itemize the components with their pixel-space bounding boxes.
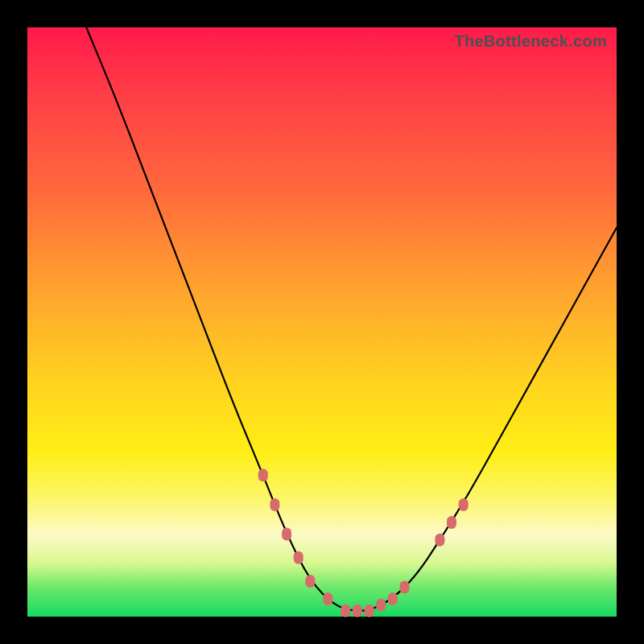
curve-marker xyxy=(282,528,291,541)
curve-marker xyxy=(459,498,469,511)
curve-marker xyxy=(447,516,456,529)
curve-marker xyxy=(435,534,444,547)
chart-outer-frame: TheBottleneck.com xyxy=(0,0,644,644)
bottleneck-curve xyxy=(86,27,617,611)
curve-marker xyxy=(353,605,362,617)
curve-marker xyxy=(365,605,374,617)
curve-marker xyxy=(294,551,303,564)
curve-marker xyxy=(400,580,410,593)
curve-marker xyxy=(388,592,398,605)
curve-layer xyxy=(27,27,617,617)
curve-marker xyxy=(258,469,268,481)
curve-marker xyxy=(376,598,386,611)
curve-marker xyxy=(270,498,279,511)
plot-area: TheBottleneck.com xyxy=(27,27,617,617)
curve-marker xyxy=(323,592,332,605)
curve-marker xyxy=(341,605,350,617)
marker-group xyxy=(258,469,469,617)
curve-marker xyxy=(305,575,315,588)
